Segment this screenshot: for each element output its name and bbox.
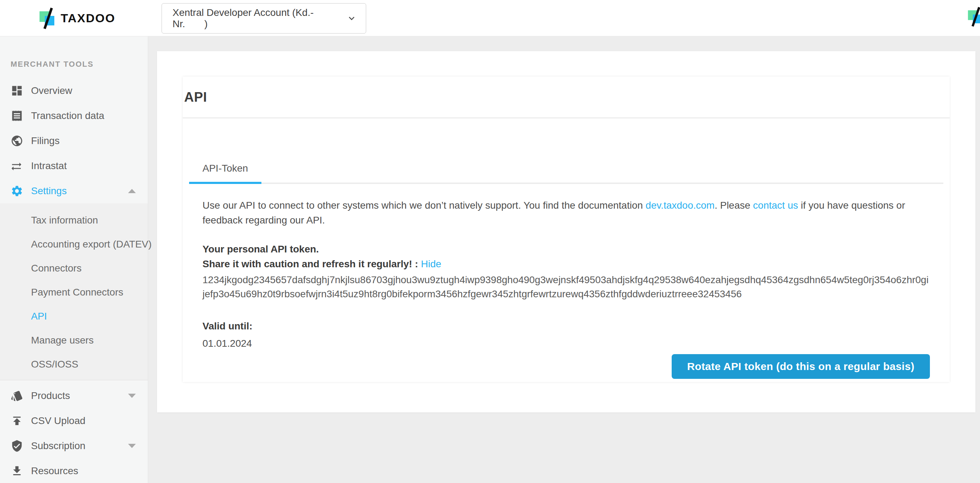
gear-icon xyxy=(11,185,23,198)
sidebar-subitem-tax-information[interactable]: Tax information xyxy=(0,208,148,232)
sidebar-item-filings[interactable]: Filings xyxy=(0,128,148,153)
api-token-tab-content: Use our API to connect to other systems … xyxy=(183,184,950,379)
main-content-card: API API-Token Use our API to connect to … xyxy=(157,51,975,412)
intro-text-1: Use our API to connect to other systems … xyxy=(202,200,646,211)
tabs-row: API-Token xyxy=(189,149,943,184)
panel-header: API xyxy=(183,77,950,118)
receipt-icon xyxy=(11,110,23,122)
sidebar-item-overview[interactable]: Overview xyxy=(0,78,148,103)
sidebar-section-label: MERCHANT TOOLS xyxy=(11,60,148,69)
page-title: API xyxy=(184,90,207,105)
valid-until-label: Valid until: xyxy=(202,319,930,334)
sidebar-subitem-oss-ioss[interactable]: OSS/IOSS xyxy=(0,352,148,376)
cards-icon xyxy=(11,389,23,402)
sidebar-divider xyxy=(0,380,148,380)
sidebar-item-settings[interactable]: Settings xyxy=(0,178,148,203)
account-selector-dropdown[interactable]: Xentral Developer Account (Kd.-Nr. ) xyxy=(162,3,366,33)
api-panel: API API-Token Use our API to connect to … xyxy=(183,77,950,382)
api-intro-text: Use our API to connect to other systems … xyxy=(202,198,930,228)
sidebar-item-resources[interactable]: Resources xyxy=(0,458,148,483)
dashboard-icon xyxy=(11,84,23,97)
sidebar-item-label: Products xyxy=(31,390,70,402)
globe-icon xyxy=(11,134,23,147)
subitem-label: Manage users xyxy=(31,335,94,346)
sidebar-item-label: Intrastat xyxy=(31,160,67,172)
sidebar-item-products[interactable]: Products xyxy=(0,383,148,408)
sidebar-item-label: Resources xyxy=(31,465,78,477)
sidebar-item-subscription[interactable]: Subscription xyxy=(0,433,148,458)
chevron-down-icon xyxy=(128,394,136,398)
taxdoo-logo-icon xyxy=(39,8,57,29)
sidebar-item-label: CSV Upload xyxy=(31,415,85,427)
chevron-down-icon xyxy=(346,13,357,24)
sidebar: MERCHANT TOOLS Overview Transaction data… xyxy=(0,37,148,483)
sidebar-item-label: Overview xyxy=(31,85,72,96)
sidebar-item-label: Settings xyxy=(31,185,67,197)
hide-token-link[interactable]: Hide xyxy=(421,258,441,269)
chevron-down-icon xyxy=(128,444,136,448)
subitem-label: Accounting export (DATEV) xyxy=(31,239,152,250)
intro-text-2: . Please xyxy=(715,200,753,211)
shield-check-icon xyxy=(11,440,23,452)
token-caution-text: Share it with caution and refresh it reg… xyxy=(202,258,421,269)
api-token-value: 1234jkgodg2345657dafsdghj7nkjlsu86703gjh… xyxy=(202,273,930,301)
sidebar-subitem-api[interactable]: API xyxy=(0,304,148,328)
sidebar-item-label: Filings xyxy=(31,135,60,147)
download-icon xyxy=(11,465,23,477)
subitem-label: Payment Connectors xyxy=(31,287,123,298)
rotate-api-token-button[interactable]: Rotate API token (do this on a regular b… xyxy=(672,354,930,379)
sidebar-item-intrastat[interactable]: Intrastat xyxy=(0,153,148,178)
top-bar: TAXDOO Xentral Developer Account (Kd.-Nr… xyxy=(0,0,980,37)
subitem-label: Tax information xyxy=(31,215,98,226)
valid-until-value: 01.01.2024 xyxy=(202,338,930,349)
account-selector-value: Xentral Developer Account (Kd.-Nr. ) xyxy=(172,7,346,30)
sidebar-subitem-manage-users[interactable]: Manage users xyxy=(0,328,148,352)
chevron-up-icon xyxy=(128,189,136,193)
brand-text: TAXDOO xyxy=(60,11,115,25)
sidebar-item-transaction-data[interactable]: Transaction data xyxy=(0,103,148,128)
token-heading: Your personal API token. xyxy=(202,242,930,257)
subitem-label: OSS/IOSS xyxy=(31,359,78,370)
settings-submenu: Tax information Accounting export (DATEV… xyxy=(0,203,148,380)
swap-arrows-icon xyxy=(11,159,23,172)
upload-icon xyxy=(11,414,23,427)
button-row: Rotate API token (do this on a regular b… xyxy=(202,354,930,379)
contact-us-link[interactable]: contact us xyxy=(753,200,798,211)
subitem-label: API xyxy=(31,311,47,322)
docs-link[interactable]: dev.taxdoo.com xyxy=(646,200,715,211)
sidebar-item-label: Transaction data xyxy=(31,110,104,121)
sidebar-subitem-connectors[interactable]: Connectors xyxy=(0,256,148,281)
sidebar-item-csv-upload[interactable]: CSV Upload xyxy=(0,408,148,433)
sidebar-subitem-payment-connectors[interactable]: Payment Connectors xyxy=(0,281,148,304)
tab-api-token[interactable]: API-Token xyxy=(189,149,261,183)
subitem-label: Connectors xyxy=(31,263,81,274)
sidebar-item-label: Subscription xyxy=(31,440,85,451)
token-caution-line: Share it with caution and refresh it reg… xyxy=(202,257,930,271)
sidebar-subitem-accounting-export[interactable]: Accounting export (DATEV) xyxy=(0,232,148,256)
taxdoo-logo: TAXDOO xyxy=(39,0,115,37)
